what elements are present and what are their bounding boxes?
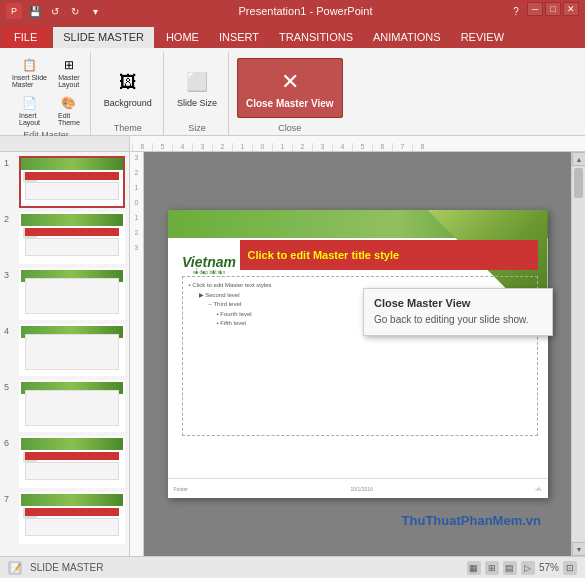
close-group-label: Close [278,121,301,135]
customize-button[interactable]: ▾ [86,2,104,20]
ruler-mark: 2 [212,143,232,151]
ribbon-group-close: ✕ Close Master View Close [231,52,349,135]
watermark-text1: ThuThuat [402,513,461,528]
slide-thumb-7[interactable]: 7 [4,492,125,544]
ruler-mark: 5 [352,143,372,151]
status-bar: 📝 SLIDE MASTER ▦ ⊞ ▤ ▷ 57% ⊡ [0,556,585,578]
ruler-mark: 1 [272,143,292,151]
ribbon: 📋 Insert SlideMaster 📄 InsertLayout ⊞ Ma… [0,48,585,136]
ruler-v-mark: 3 [135,244,139,251]
view-reading-button[interactable]: ▤ [503,561,517,575]
insert-layout-icon: 📄 [20,94,40,112]
close-master-view-button[interactable]: ✕ Close Master View [237,58,343,118]
ribbon-tabs: FILE SLIDE MASTER HOME INSERT TRANSITION… [0,22,585,48]
thumb-decor [21,214,123,226]
zoom-level: 57% [539,562,559,573]
ruler-v-mark: 1 [135,184,139,191]
close-master-view-icon: ✕ [274,66,306,98]
scroll-up-button[interactable]: ▲ [572,152,585,166]
notes-icon[interactable]: 📝 [8,561,22,575]
ruler-mark: 7 [392,143,412,151]
thumb-title [25,172,119,180]
ruler-mark: 6 [132,143,152,151]
master-layout-label: MasterLayout [58,74,79,88]
status-left: 📝 SLIDE MASTER [8,561,103,575]
background-buttons: 🖼 Background [99,54,157,121]
slide-preview-2[interactable] [19,212,125,264]
slide-size-label: Slide Size [177,98,217,109]
slide-thumb-1[interactable]: 1 [4,156,125,208]
watermark-text3: .vn [522,513,541,528]
ruler-mark: 4 [172,143,192,151]
edit-theme-button[interactable]: 🎨 EditTheme [54,92,84,128]
slide-preview-1[interactable] [19,156,125,208]
tab-review[interactable]: REVIEW [451,27,514,48]
size-buttons: ⬜ Slide Size [172,54,222,121]
slide-preview-6[interactable] [19,436,125,488]
ribbon-group-size: ⬜ Slide Size Size [166,52,229,135]
right-scrollbar: ▲ ▼ [571,152,585,556]
ribbon-group-background: 🖼 Background Theme [93,52,164,135]
tab-slide-master[interactable]: SLIDE MASTER [51,25,156,48]
tab-insert[interactable]: INSERT [209,27,269,48]
insert-layout-button[interactable]: 📄 InsertLayout [8,92,51,128]
slide-thumb-3[interactable]: 3 [4,268,125,320]
ruler-v-mark: 3 [135,154,139,161]
tooltip-popup: Close Master View Go back to editing you… [363,288,553,336]
ruler-mark: 5 [152,143,172,151]
tab-animations[interactable]: ANIMATIONS [363,27,451,48]
redo-button[interactable]: ↻ [66,2,84,20]
insert-slide-master-icon: 📋 [20,56,40,74]
ruler-mark: 3 [312,143,332,151]
minimize-button[interactable]: ─ [527,2,543,16]
view-normal-button[interactable]: ▦ [467,561,481,575]
close-button[interactable]: ✕ [563,2,579,16]
footer-date: 10/1/2016 [351,486,373,492]
thumb-decor [21,158,123,170]
view-slide-sorter-button[interactable]: ⊞ [485,561,499,575]
footer-page: ‹#› [535,486,541,492]
slide-preview-4[interactable] [19,324,125,376]
undo-button[interactable]: ↺ [46,2,64,20]
canvas-area: Vietnam vẻ đẹp bất tận Click to edit Mas… [144,152,571,556]
slide-preview-7[interactable] [19,492,125,544]
help-button[interactable]: ? [507,2,525,20]
save-button[interactable]: 💾 [26,2,44,20]
slide-thumb-2[interactable]: 2 [4,212,125,264]
watermark: ThuThuatPhanMem.vn [402,513,541,528]
master-layout-button[interactable]: ⊞ MasterLayout [54,54,84,90]
tab-transitions[interactable]: TRANSITIONS [269,27,363,48]
fit-button[interactable]: ⊡ [563,561,577,575]
slide-size-button[interactable]: ⬜ Slide Size [172,63,222,112]
ruler-vertical: 3 2 1 0 1 2 3 [130,152,144,556]
view-slideshow-button[interactable]: ▷ [521,561,535,575]
background-button[interactable]: 🖼 Background [99,63,157,112]
scrollbar-thumb[interactable] [574,168,583,198]
background-label: Background [104,98,152,109]
slide-preview-5[interactable] [19,380,125,432]
footer-left: Footer [174,486,188,492]
edit-theme-icon: 🎨 [59,94,79,112]
slide-title-text: Click to edit Master title style [248,249,400,261]
edit-theme-label: EditTheme [58,112,80,126]
thumb-content [25,334,119,370]
tab-file[interactable]: FILE [2,27,49,48]
status-text: SLIDE MASTER [30,562,103,573]
tab-home[interactable]: HOME [156,27,209,48]
slide-thumb-5[interactable]: 5 [4,380,125,432]
ruler-mark: 8 [412,143,432,151]
slide-preview-3[interactable] [19,268,125,320]
scroll-down-button[interactable]: ▼ [572,542,585,556]
slide-num-6: 6 [4,436,16,448]
ruler-mark: 3 [192,143,212,151]
thumb-content [25,390,119,426]
slide-thumb-4[interactable]: 4 [4,324,125,376]
title-bar: P 💾 ↺ ↻ ▾ Presentation1 - PowerPoint ? ─… [0,0,585,22]
ruler-horizontal: 6 5 4 3 2 1 0 1 2 3 4 5 6 7 8 [130,136,585,152]
maximize-button[interactable]: □ [545,2,561,16]
slide-thumb-6[interactable]: 6 [4,436,125,488]
layout-theme-buttons: ⊞ MasterLayout 🎨 EditTheme [54,54,84,128]
insert-slide-master-button[interactable]: 📋 Insert SlideMaster [8,54,51,90]
slide-title-box[interactable]: Click to edit Master title style [240,240,538,270]
insert-buttons: 📋 Insert SlideMaster 📄 InsertLayout [8,54,51,128]
